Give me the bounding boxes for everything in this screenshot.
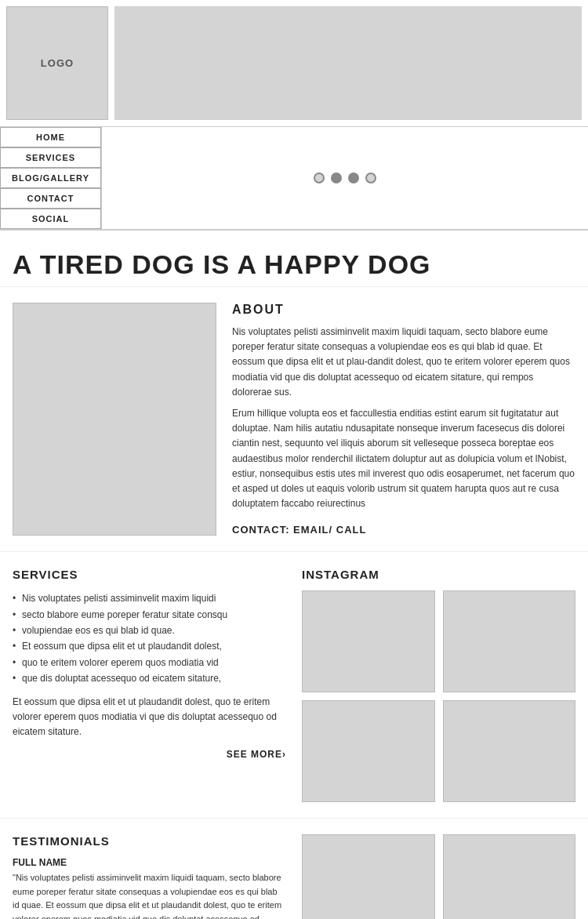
about-title: ABOUT [232, 303, 575, 317]
testimonial-image-1[interactable] [302, 834, 435, 919]
about-paragraph1: Nis voluptates pelisti assiminvelit maxi… [232, 325, 575, 400]
hero-banner [114, 6, 582, 120]
service-item-1: Nis voluptates pelisti assiminvelit maxi… [13, 590, 286, 606]
about-image [13, 303, 216, 536]
testimonials-grid [302, 834, 575, 919]
nav-sidebar: HOME SERVICES BLOG/GALLERY CONTACT SOCIA… [0, 127, 102, 229]
dot-4[interactable] [365, 173, 376, 183]
testimonials-images-col: SEE MORE› [302, 834, 575, 919]
testimonial-text-1: "Nis voluptates pelisti assiminvelit max… [13, 871, 286, 919]
nav-row: HOME SERVICES BLOG/GALLERY CONTACT SOCIA… [0, 127, 588, 231]
testimonial-image-2[interactable] [443, 834, 576, 919]
services-list: Nis voluptates pelisti assiminvelit maxi… [13, 590, 286, 686]
logo-text: LOGO [41, 57, 74, 69]
testimonials-section: TESTIMONIALS FULL NAME "Nis voluptates p… [0, 819, 588, 919]
services-col: SERVICES Nis voluptates pelisti assiminv… [13, 568, 286, 802]
services-title: SERVICES [13, 568, 286, 581]
about-paragraph2: Erum hillique volupta eos et faccullesti… [232, 406, 575, 511]
nav-item-home[interactable]: HOME [0, 127, 101, 147]
main-title: A TIRED DOG IS A HAPPY DOG [13, 249, 575, 280]
nav-item-social[interactable]: SOCIAL [0, 209, 101, 229]
dot-2[interactable] [331, 173, 342, 183]
nav-item-services[interactable]: SERVICES [0, 147, 101, 168]
logo-box: LOGO [6, 6, 108, 120]
testimonial-name-1: FULL NAME [13, 857, 286, 868]
slider-area [102, 127, 588, 229]
dot-3[interactable] [348, 173, 359, 183]
instagram-grid [302, 590, 575, 802]
instagram-col: INSTAGRAM [302, 568, 575, 802]
service-item-6: que dis doluptat acessequo od eicatem si… [13, 670, 286, 686]
instagram-image-1[interactable] [302, 590, 435, 692]
service-item-4: Et eossum que dipsa elit et ut plaudandi… [13, 638, 286, 654]
service-item-5: quo te eritem volorer eperem quos modiat… [13, 655, 286, 670]
services-description: Et eossum que dipsa elit et ut plaudandi… [13, 695, 286, 740]
instagram-image-3[interactable] [302, 700, 435, 802]
instagram-title: INSTAGRAM [302, 568, 575, 581]
instagram-image-2[interactable] [443, 590, 576, 692]
about-content: ABOUT Nis voluptates pelisti assiminveli… [232, 303, 575, 536]
nav-item-blog-gallery[interactable]: BLOG/GALLERY [0, 168, 101, 188]
service-item-3: volupiendae eos es qui blab id quae. [13, 623, 286, 638]
instagram-image-4[interactable] [443, 700, 576, 802]
header: LOGO [0, 0, 588, 127]
headline-section: A TIRED DOG IS A HAPPY DOG [0, 231, 588, 287]
nav-item-contact[interactable]: CONTACT [0, 188, 101, 209]
about-section: ABOUT Nis voluptates pelisti assiminveli… [0, 287, 588, 552]
testimonials-col: TESTIMONIALS FULL NAME "Nis voluptates p… [13, 834, 286, 919]
dot-1[interactable] [314, 173, 325, 183]
services-see-more[interactable]: SEE MORE› [13, 749, 286, 760]
service-item-2: secto blabore eume poreper feratur sitat… [13, 607, 286, 623]
testimonials-title: TESTIMONIALS [13, 834, 286, 848]
services-instagram-section: SERVICES Nis voluptates pelisti assiminv… [0, 552, 588, 819]
about-contact[interactable]: CONTACT: EMAIL/ CALL [232, 524, 575, 536]
